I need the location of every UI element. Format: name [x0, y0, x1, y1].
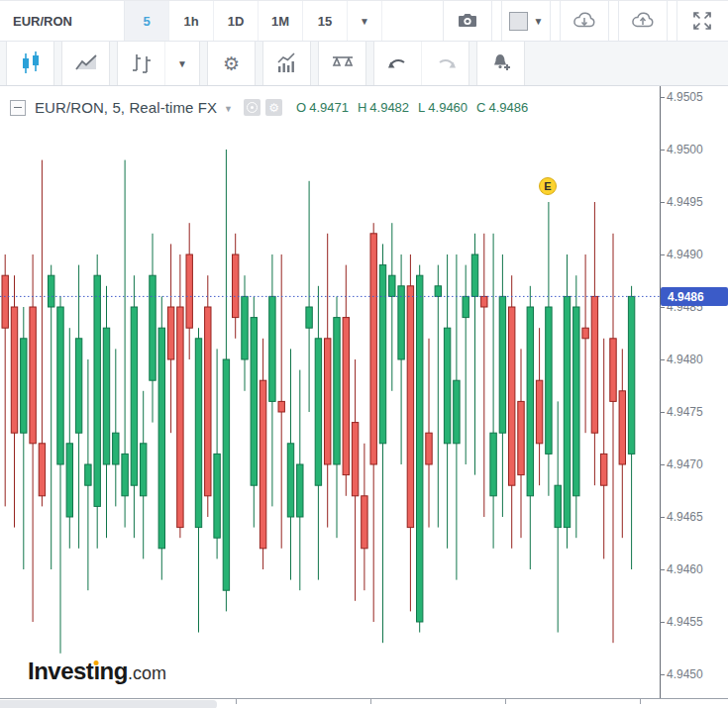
camera-icon	[456, 9, 479, 33]
legend-collapse-button[interactable]	[10, 100, 26, 116]
close-label: C	[476, 100, 485, 115]
redo-button[interactable]	[422, 42, 468, 85]
chart-style-square-icon	[509, 12, 528, 31]
price-tick	[660, 97, 665, 98]
time-tick	[505, 699, 506, 704]
low-label: L	[418, 100, 425, 115]
price-axis-label: 4.9475	[667, 405, 703, 419]
timeframe-dropdown-button[interactable]: ▼	[348, 1, 382, 41]
price-axis-label: 4.9490	[667, 248, 703, 261]
investing-watermark: Investıng.com	[28, 657, 166, 685]
gear-icon: ⚙	[268, 102, 279, 114]
price-axis-label: 4.9495	[667, 195, 703, 209]
current-price-value: 4.9486	[668, 290, 704, 304]
price-tick	[660, 517, 665, 518]
caret-down-icon: ▼	[177, 58, 187, 69]
snapshot-button[interactable]	[443, 1, 492, 41]
ohlc-bars-type-icon	[129, 51, 155, 76]
high-value: 4.9482	[369, 100, 409, 115]
price-axis-label: 4.9500	[667, 143, 703, 156]
price-axis-label: 4.9465	[667, 510, 703, 524]
time-tick	[370, 699, 371, 704]
undo-icon	[385, 52, 411, 74]
toggle-visibility-button[interactable]	[244, 99, 260, 116]
time-axis-border	[0, 698, 728, 699]
fullscreen-icon	[691, 10, 713, 32]
ohlc-readout: O4.9471 H4.9482 L4.9460 C4.9486	[296, 100, 537, 115]
chart-area: 4.95054.95004.94954.94904.94854.94804.94…	[0, 86, 728, 708]
chart-toolbar: ▼ ⚙	[0, 42, 728, 86]
close-value: 4.9486	[488, 100, 528, 115]
eye-icon	[247, 102, 258, 113]
timeframe-1d-button[interactable]: 1D	[214, 1, 259, 41]
symbol-input[interactable]: EUR/RON	[0, 1, 125, 41]
symbol-label: EUR/RON	[13, 14, 72, 29]
candles-svg[interactable]	[0, 86, 728, 708]
load-layout-button[interactable]	[560, 1, 609, 41]
alert-bell-add-icon	[488, 51, 514, 76]
price-axis[interactable]: 4.95054.95004.94954.94904.94854.94804.94…	[660, 86, 728, 708]
caret-down-icon[interactable]: ▼	[224, 104, 233, 114]
chart-legend: EUR/RON, 5, Real-time FX ▼ ⚙ O4.9471 H4.…	[10, 99, 537, 116]
candlestick-type-icon	[19, 51, 43, 76]
low-value: 4.9460	[428, 100, 468, 115]
time-tick	[640, 699, 641, 704]
chart-settings-button[interactable]: ⚙	[208, 42, 255, 85]
redo-icon	[433, 52, 459, 74]
toolbar-spacer	[382, 1, 434, 41]
settings-gear-icon: ⚙	[223, 54, 240, 73]
indicators-icon	[274, 51, 300, 76]
timeframe-5-button[interactable]: 5	[125, 1, 169, 41]
event-marker-label: E	[544, 180, 551, 192]
price-tick	[660, 674, 665, 675]
price-tick	[660, 307, 665, 308]
price-tick	[660, 412, 665, 413]
price-tick	[660, 150, 665, 151]
open-label: O	[296, 100, 306, 115]
caret-down-icon: ▼	[360, 16, 369, 27]
ohlc-bars-type-button[interactable]	[118, 42, 165, 85]
price-axis-label: 4.9455	[667, 615, 703, 629]
timeframe-1h-button[interactable]: 1h	[169, 1, 214, 41]
orange-dot-i: ı	[93, 657, 99, 685]
series-settings-button[interactable]: ⚙	[265, 99, 282, 116]
price-tick	[660, 359, 665, 360]
top-toolbar: EUR/RON 5 1h 1D 1M 15 ▼ ▼	[0, 1, 728, 42]
legend-title[interactable]: EUR/RON, 5, Real-time FX	[35, 99, 217, 116]
fullscreen-button[interactable]	[676, 1, 726, 41]
cloud-download-icon	[572, 9, 597, 33]
bar-style-dropdown-button[interactable]: ▼	[165, 42, 199, 85]
horizontal-scrollbar[interactable]	[0, 700, 217, 708]
candlestick-type-button[interactable]	[7, 42, 53, 85]
compare-scales-button[interactable]	[319, 42, 365, 85]
open-value: 4.9471	[309, 100, 349, 115]
time-tick	[236, 699, 237, 704]
undo-button[interactable]	[374, 42, 422, 85]
add-alert-button[interactable]	[477, 42, 524, 85]
high-label: H	[358, 100, 366, 115]
price-axis-label: 4.9470	[667, 457, 703, 471]
price-axis-label: 4.9505	[667, 90, 703, 104]
price-tick	[660, 569, 665, 570]
price-axis-label: 4.9480	[667, 353, 703, 366]
price-tick	[660, 202, 665, 203]
current-price-label: 4.9486	[661, 287, 728, 306]
price-tick	[660, 464, 665, 465]
compare-scales-icon	[329, 51, 357, 75]
economic-event-marker[interactable]: E	[539, 177, 557, 195]
price-tick	[660, 254, 665, 255]
caret-down-icon: ▼	[534, 16, 544, 27]
price-tick	[660, 622, 665, 623]
save-layout-button[interactable]	[618, 1, 668, 41]
area-chart-type-button[interactable]	[62, 42, 109, 85]
cloud-upload-icon	[630, 9, 656, 33]
timeframe-1m-button[interactable]: 1M	[259, 1, 303, 41]
timeframe-15-button[interactable]: 15	[303, 1, 348, 41]
indicators-button[interactable]	[263, 42, 310, 85]
price-axis-label: 4.9450	[667, 667, 703, 681]
chart-style-button[interactable]: ▼	[501, 1, 551, 41]
price-axis-label: 4.9460	[667, 562, 703, 576]
area-chart-type-icon	[73, 51, 99, 75]
